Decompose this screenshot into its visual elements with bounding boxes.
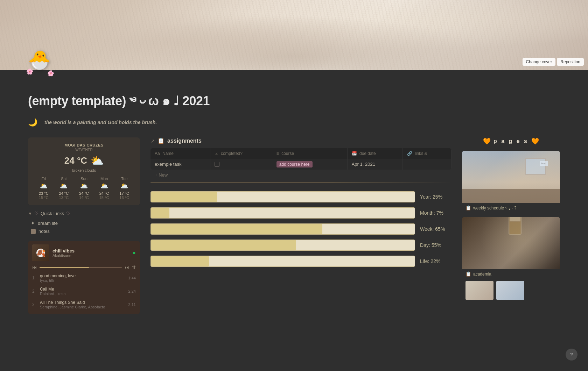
forecast-mon-low: 15 °C bbox=[94, 195, 114, 200]
weather-description: broken clouds bbox=[34, 168, 134, 172]
main-grid: MOGI DAS CRUZES WEATHER 24 °C ⛅ broken c… bbox=[28, 137, 560, 314]
academia-label: 📋 academia bbox=[462, 269, 560, 278]
moon-icon: 🌙 bbox=[28, 118, 37, 127]
share-button[interactable]: ⇈ bbox=[132, 265, 136, 270]
progress-month-label: Month: 7% bbox=[420, 210, 451, 216]
pages-section: 🧡 p a g e s 🧡 float 📋 weekly schedule ༄ … bbox=[462, 137, 560, 303]
col-completed: ☑ completed? bbox=[210, 148, 272, 159]
assignments-title: assignments bbox=[167, 138, 202, 144]
forecast-mon-name: Mon bbox=[94, 177, 114, 181]
progress-year-row: Year: 25% bbox=[150, 191, 451, 202]
track-2-num: 2 bbox=[32, 289, 37, 294]
task-checkbox[interactable] bbox=[215, 162, 219, 167]
quick-link-notes[interactable]: notes bbox=[28, 227, 140, 235]
page-title: (empty template) ༄ ◡ ω ๑ ♩ 2021 bbox=[28, 91, 560, 111]
weather-location: MOGI DAS CRUZES bbox=[34, 143, 134, 147]
track-2-artists: Rainlord., keshi bbox=[40, 292, 126, 296]
forecast-tue: Tue 🌥️ 17 °C 16 °C bbox=[114, 177, 134, 200]
sparkle-left: 🌸 bbox=[26, 68, 33, 75]
table-header-row: Aa Name ☑ completed? ≡ course 📅 due date… bbox=[150, 148, 451, 159]
album-art: 🍂 bbox=[32, 244, 49, 261]
next-button[interactable]: ⏭ bbox=[125, 265, 129, 270]
music-playlist-name: chill vibes bbox=[52, 248, 129, 254]
cafe-awning bbox=[462, 189, 560, 203]
col-course: ≡ course bbox=[272, 148, 347, 159]
page-card-academia[interactable]: 📋 academia bbox=[462, 217, 560, 303]
page-card-schedule[interactable]: float 📋 weekly schedule ༄ ·̩̩̥͙ · ? bbox=[462, 151, 560, 213]
forecast-sat-high: 24 °C bbox=[54, 191, 74, 195]
forecast-sun: Sun 🌥️ 24 °C 14 °C bbox=[74, 177, 94, 200]
notes-icon bbox=[31, 229, 36, 234]
dream-life-label: dream life bbox=[38, 221, 58, 226]
right-column: 🧡 p a g e s 🧡 float 📋 weekly schedule ༄ … bbox=[462, 137, 560, 307]
progress-year-fill bbox=[151, 192, 217, 202]
music-artist: Akakitsune bbox=[52, 254, 129, 258]
track-2-name: Call Me bbox=[40, 287, 126, 292]
weather-cloud-icon: ⛅ bbox=[91, 155, 104, 167]
track-2[interactable]: 2 Call Me Rainlord., keshi 2:24 bbox=[28, 285, 140, 298]
track-1-name: good morning, love bbox=[40, 273, 126, 278]
left-column: MOGI DAS CRUZES WEATHER 24 °C ⛅ broken c… bbox=[28, 137, 140, 314]
music-player: 🍂 chill vibes Akakitsune ● ⏮ bbox=[28, 241, 140, 314]
task-completed-cell bbox=[210, 159, 272, 170]
track-3-duration: 2:11 bbox=[128, 302, 136, 307]
task-course-cell[interactable]: add course here bbox=[272, 159, 347, 170]
progress-year-track bbox=[150, 191, 415, 202]
cover-texture bbox=[0, 0, 588, 70]
assignments-icon: 📋 bbox=[158, 137, 164, 144]
page-emoji: 🐣 bbox=[28, 51, 56, 69]
add-new-button[interactable]: + New bbox=[150, 170, 451, 180]
pages-emoji-left: 🧡 bbox=[483, 137, 491, 145]
ext-link-icon[interactable]: ↗ bbox=[150, 138, 155, 144]
weather-widget: MOGI DAS CRUZES WEATHER 24 °C ⛅ broken c… bbox=[28, 137, 140, 205]
track-1[interactable]: 1 good morning, love tysu, tiffi 1:44 bbox=[28, 271, 140, 285]
progress-week-track bbox=[150, 223, 415, 235]
notes-label: notes bbox=[38, 229, 50, 234]
progress-day-fill bbox=[151, 240, 296, 250]
track-3-artists: Seraphine, Jasmine Clarke, Absofacto bbox=[40, 305, 126, 309]
progress-day-row: Day: 55% bbox=[150, 240, 451, 251]
progress-month-row: Month: 7% bbox=[150, 207, 451, 219]
prev-button[interactable]: ⏮ bbox=[32, 265, 37, 270]
music-progress-bar[interactable] bbox=[40, 267, 122, 268]
progress-year-label: Year: 25% bbox=[420, 194, 451, 200]
reposition-button[interactable]: Reposition bbox=[557, 58, 584, 66]
pages-title: p a g e s bbox=[493, 138, 528, 144]
track-3-name: All The Things She Said bbox=[40, 300, 126, 305]
col-links: 🔗 links & bbox=[402, 148, 451, 159]
change-cover-button[interactable]: Change cover bbox=[523, 58, 556, 66]
academia-text: academia bbox=[473, 272, 491, 277]
track-2-info: Call Me Rainlord., keshi bbox=[40, 287, 126, 296]
track-1-info: good morning, love tysu, tiffi bbox=[40, 273, 126, 283]
track-1-num: 1 bbox=[32, 276, 37, 280]
svg-rect-2 bbox=[510, 217, 520, 221]
quote-row: 🌙 the world is a painting and God holds … bbox=[28, 118, 560, 127]
small-card-2[interactable] bbox=[496, 281, 524, 300]
pages-header: 🧡 p a g e s 🧡 bbox=[462, 137, 560, 145]
schedule-card-label: 📋 weekly schedule ༄ ·̩̩̥͙ · ? bbox=[462, 203, 560, 213]
task-due-date-cell: Apr 1, 2021 bbox=[347, 159, 402, 170]
forecast-tue-high: 17 °C bbox=[114, 191, 134, 195]
forecast-sat: Sat 🌥️ 24 °C 13 °C bbox=[54, 177, 74, 200]
forecast-sun-high: 24 °C bbox=[74, 191, 94, 195]
help-button[interactable]: ? bbox=[566, 349, 578, 361]
col-due-date: 📅 due date bbox=[347, 148, 402, 159]
small-card-1[interactable] bbox=[465, 281, 493, 300]
progress-life-label: Life: 22% bbox=[420, 258, 451, 264]
forecast-tue-name: Tue bbox=[114, 177, 134, 181]
forecast-sat-icon: 🌥️ bbox=[54, 182, 74, 190]
progress-month-track bbox=[150, 207, 415, 219]
ql-heart-right: ♡ bbox=[66, 211, 70, 216]
track-3-info: All The Things She Said Seraphine, Jasmi… bbox=[40, 300, 126, 309]
page-icon-area: 🐣 🌸 🌸 bbox=[28, 51, 56, 79]
cafe-window bbox=[525, 158, 546, 175]
forecast-fri-low: 15 °C bbox=[34, 195, 54, 200]
forecast-fri: Fri 🌥️ 23 °C 15 °C bbox=[34, 177, 54, 200]
quick-links-header: ▼ ♡ Quick Links ♡ bbox=[28, 211, 140, 216]
quick-links-section: ▼ ♡ Quick Links ♡ ✦ dream life notes bbox=[28, 211, 140, 235]
quick-links-toggle[interactable]: ▼ bbox=[28, 211, 32, 216]
weather-forecast: Fri 🌥️ 23 °C 15 °C Sat 🌥️ 24 °C 13 °C Su… bbox=[34, 177, 134, 200]
weather-temp: 24 °C bbox=[64, 155, 87, 166]
quick-link-dream-life[interactable]: ✦ dream life bbox=[28, 219, 140, 227]
track-3[interactable]: 3 All The Things She Said Seraphine, Jas… bbox=[28, 298, 140, 311]
